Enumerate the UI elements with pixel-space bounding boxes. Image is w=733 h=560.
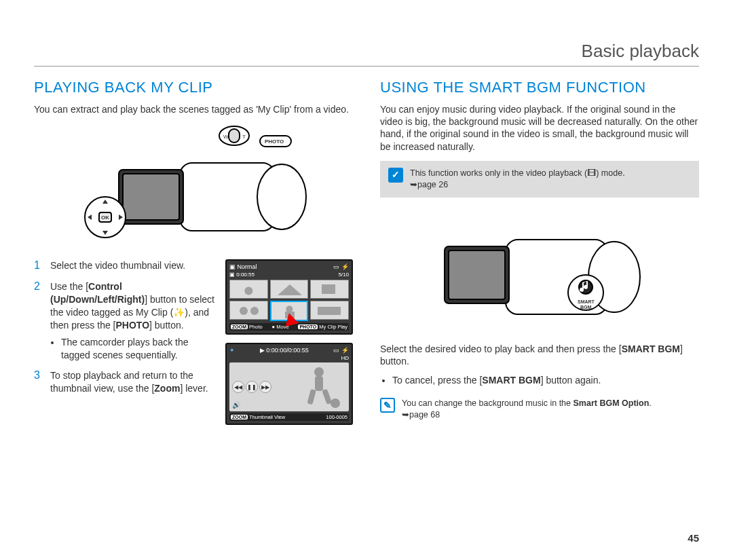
photo-button-label: PHOTO <box>265 138 284 145</box>
lcd1-counter: 5/10 <box>338 272 349 278</box>
svg-rect-5 <box>229 129 240 143</box>
content-columns: PLAYING BACK MY CLIP You can extract and… <box>34 79 699 433</box>
step-1: 1 Select the video thumbnail view. <box>34 259 217 272</box>
instruction-text: Select the desired video to play back an… <box>380 343 699 367</box>
battery-icon: ▭ ⚡ <box>333 347 349 354</box>
playback-frame: ◀◀ ❚❚ ▶▶ 🔊 <box>229 362 349 411</box>
chapter-title: Basic playback <box>582 41 699 61</box>
note-text: You can change the background music in t… <box>402 398 652 421</box>
lcd-screens: ▣ Normal ▭ ⚡ ▣ 0:00:55 5/10 <box>225 259 353 433</box>
page-number: 45 <box>688 532 699 544</box>
step-2-bullet: The camcorder plays back the tagged scen… <box>61 336 217 362</box>
soccer-player-icon <box>299 364 346 411</box>
lcd2-time: 0:00:00/0:00:55 <box>266 347 309 354</box>
ok-button-label: OK <box>101 214 109 221</box>
svg-rect-24 <box>322 389 332 405</box>
step-number: 3 <box>34 369 43 381</box>
svg-rect-29 <box>449 250 505 299</box>
smart-label: SMART <box>578 299 595 304</box>
lcd1-time: 0:00:55 <box>236 272 255 278</box>
thumbnail <box>270 280 309 299</box>
myclip-star-icon: ✦ <box>229 347 235 354</box>
right-intro: You can enjoy music during video playbac… <box>380 103 699 153</box>
thumbnail <box>310 280 349 299</box>
svg-marker-14 <box>278 284 302 295</box>
camera-illustration-myclip: W T PHOTO OK <box>78 122 309 251</box>
step-text: To stop playback and return to the thumb… <box>50 369 217 395</box>
cancel-bullet-list: To cancel, press the [SMART BGM] button … <box>392 374 699 388</box>
lcd-playback-view: ✦ ▶ 0:00:00/0:00:55 ▭ ⚡ HD ◀◀ ❚❚ ▶▶ <box>225 343 353 425</box>
volume-icon: 🔊 <box>232 401 240 409</box>
forward-icon: ▶▶ <box>259 381 271 393</box>
left-column: PLAYING BACK MY CLIP You can extract and… <box>34 79 353 433</box>
clip-id: 100-0005 <box>326 414 347 420</box>
hd-icon: HD <box>229 355 349 361</box>
svg-rect-23 <box>307 389 316 405</box>
manual-page: Basic playback PLAYING BACK MY CLIP You … <box>0 0 733 560</box>
battery-icon: ▭ ⚡ <box>333 263 349 270</box>
lcd-thumbnail-view: ▣ Normal ▭ ⚡ ▣ 0:00:55 5/10 <box>225 259 353 335</box>
left-intro: You can extract and play back the scenes… <box>34 103 353 115</box>
bgm-label: BGM <box>580 305 592 310</box>
step-2: 2 Use the [Control (Up/Down/Left/Right)]… <box>34 280 217 361</box>
svg-point-17 <box>250 307 259 315</box>
pencil-icon: ✎ <box>380 398 395 413</box>
note-text: This function works only in the video pl… <box>410 168 625 191</box>
rewind-icon: ◀◀ <box>232 381 244 393</box>
step-text: Use the [Control (Up/Down/Left/Right)] b… <box>50 280 217 361</box>
move-icon: ● <box>272 324 276 330</box>
check-icon: ✓ <box>388 168 403 183</box>
page-header: Basic playback <box>34 41 699 67</box>
svg-point-16 <box>240 307 248 315</box>
lcd1-mode: Normal <box>238 263 257 270</box>
info-note-playback-mode: ✓ This function works only in the video … <box>380 161 699 198</box>
svg-rect-3 <box>123 174 179 220</box>
thumbnail <box>229 301 268 320</box>
thumbnail <box>229 280 268 299</box>
svg-point-25 <box>331 398 340 408</box>
zoom-w-label: W <box>223 134 229 140</box>
step-number: 1 <box>34 259 43 272</box>
left-heading: PLAYING BACK MY CLIP <box>34 79 353 96</box>
thumbnail <box>310 301 349 320</box>
svg-rect-15 <box>322 284 335 294</box>
steps-list: 1 Select the video thumbnail view. 2 Use… <box>34 259 217 403</box>
svg-point-13 <box>244 287 252 295</box>
step-3: 3 To stop playback and return to the thu… <box>34 369 217 395</box>
step-number: 2 <box>34 280 43 293</box>
step-text: Select the video thumbnail view. <box>50 259 217 272</box>
thumbnail-grid <box>229 280 349 321</box>
right-heading: USING THE SMART BGM FUNCTION <box>380 79 699 96</box>
svg-point-21 <box>314 367 324 377</box>
svg-rect-20 <box>318 307 341 315</box>
camera-illustration-smartbgm: SMART BGM <box>424 206 655 335</box>
playback-controls: ◀◀ ❚❚ ▶▶ <box>232 381 271 393</box>
pause-icon: ❚❚ <box>246 381 258 393</box>
cancel-bullet: To cancel, press the [SMART BGM] button … <box>392 374 699 388</box>
svg-point-1 <box>257 164 306 229</box>
lcd2-bottom-bar: ZOOM Thumbnail View 100-0005 <box>229 413 349 421</box>
thumbnail-selected <box>270 301 309 321</box>
svg-rect-22 <box>315 376 323 391</box>
info-note-bgm-option: ✎ You can change the background music in… <box>380 395 699 424</box>
steps-and-screens: 1 Select the video thumbnail view. 2 Use… <box>34 259 353 433</box>
right-column: USING THE SMART BGM FUNCTION You can enj… <box>380 79 699 433</box>
zoom-t-label: T <box>242 134 246 140</box>
